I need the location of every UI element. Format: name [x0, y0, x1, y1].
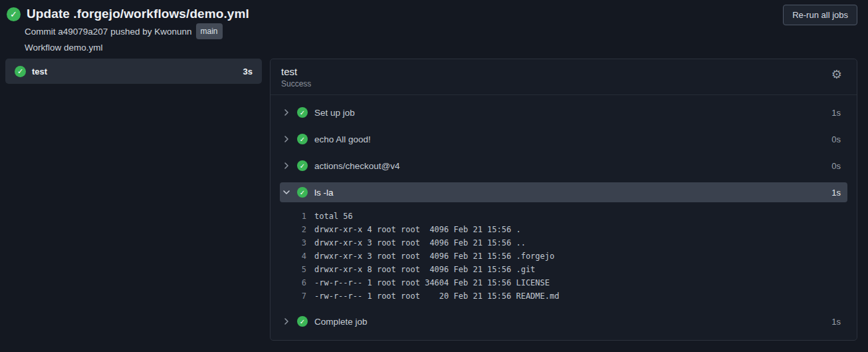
- step-row-ls-la[interactable]: ✓ ls -la 1s: [280, 182, 847, 202]
- job-duration: 3s: [243, 67, 253, 77]
- chevron-right-icon: [282, 108, 290, 116]
- log-line-text: -rw-r--r-- 1 root root 34604 Feb 21 15:5…: [314, 276, 550, 289]
- sidebar-job-test[interactable]: ✓ test 3s: [5, 59, 262, 84]
- log-line: 4 drwxr-xr-x 3 root root 4096 Feb 21 15:…: [280, 250, 847, 263]
- step-duration: 0s: [831, 134, 845, 144]
- step-row-echo-all-good[interactable]: ✓ echo All good! 0s: [280, 126, 847, 152]
- chevron-right-icon: [282, 135, 290, 143]
- step-label: ls -la: [314, 188, 334, 198]
- rerun-all-jobs-button[interactable]: Re-run all jobs: [783, 5, 857, 25]
- commit-sha-link[interactable]: a49079a207: [58, 27, 108, 37]
- log-line-number: 5: [280, 263, 306, 276]
- log-line-text: total 56: [314, 210, 353, 223]
- pushed-by-label: pushed by: [110, 27, 152, 37]
- job-panel-header: test Success ⚙: [271, 59, 857, 95]
- log-line-text: -rw-r--r-- 1 root root 20 Feb 21 15:56 R…: [314, 289, 559, 303]
- log-line-number: 3: [280, 236, 306, 250]
- step-row-set-up-job[interactable]: ✓ Set up job 1s: [280, 99, 847, 126]
- step-label: actions/checkout@v4: [314, 161, 400, 171]
- log-line-number: 4: [280, 250, 306, 263]
- step-success-icon: ✓: [297, 160, 308, 171]
- log-line: 2 drwxr-xr-x 4 root root 4096 Feb 21 15:…: [280, 223, 847, 236]
- step-duration: 1s: [831, 188, 845, 198]
- run-header: ✓ Update .forgejo/workflows/demo.yml Com…: [7, 7, 249, 55]
- step-row-actions-checkout[interactable]: ✓ actions/checkout@v4 0s: [280, 152, 847, 179]
- log-line-number: 6: [280, 276, 306, 289]
- log-line: 7 -rw-r--r-- 1 root root 20 Feb 21 15:56…: [280, 289, 847, 303]
- log-line: 5 drwxr-xr-x 8 root root 4096 Feb 21 15:…: [280, 263, 847, 276]
- step-success-icon: ✓: [297, 107, 308, 118]
- job-name: test: [32, 67, 47, 77]
- job-success-icon: ✓: [15, 66, 26, 77]
- log-line-number: 7: [280, 289, 306, 303]
- run-title: Update .forgejo/workflows/demo.yml: [27, 7, 249, 21]
- step-row-complete-job[interactable]: ✓ Complete job 1s: [280, 308, 847, 335]
- job-detail-panel: test Success ⚙ ✓ Set up job 1s ✓: [270, 59, 857, 341]
- branch-badge[interactable]: main: [196, 23, 223, 39]
- step-label: echo All good!: [314, 134, 371, 144]
- log-line: 6 -rw-r--r-- 1 root root 34604 Feb 21 15…: [280, 276, 847, 289]
- log-line-number: 2: [280, 223, 306, 236]
- steps-list: ✓ Set up job 1s ✓ echo All good! 0s ✓ ac…: [271, 95, 857, 340]
- run-success-icon: ✓: [7, 7, 21, 21]
- log-line-text: drwxr-xr-x 4 root root 4096 Feb 21 15:56…: [314, 223, 521, 236]
- log-line: 1 total 56: [280, 210, 847, 223]
- step-duration: 0s: [831, 161, 845, 171]
- workflow-run-page: ✓ Update .forgejo/workflows/demo.yml Com…: [0, 0, 868, 352]
- panel-job-status: Success: [281, 79, 311, 88]
- chevron-down-icon: [282, 188, 290, 196]
- step-label: Complete job: [314, 317, 368, 327]
- step-duration: 1s: [831, 108, 845, 118]
- commit-line: Commit a49079a207 pushed by Kwonunnmain: [25, 23, 249, 39]
- step-success-icon: ✓: [297, 316, 308, 327]
- step-log-output: 1 total 56 2 drwxr-xr-x 4 root root 4096…: [280, 206, 847, 308]
- log-line-number: 1: [280, 210, 306, 223]
- step-duration: 1s: [831, 317, 845, 327]
- gear-icon[interactable]: ⚙: [827, 66, 846, 83]
- chevron-right-icon: [282, 317, 290, 325]
- log-line-text: drwxr-xr-x 8 root root 4096 Feb 21 15:56…: [314, 263, 535, 276]
- panel-job-name: test: [281, 66, 311, 77]
- workflow-line: Workflow demo.yml: [25, 41, 249, 55]
- step-label: Set up job: [314, 108, 355, 118]
- log-line-text: drwxr-xr-x 3 root root 4096 Feb 21 15:56…: [314, 250, 554, 263]
- chevron-right-icon: [282, 162, 290, 170]
- jobs-sidebar: ✓ test 3s: [5, 59, 262, 84]
- step-success-icon: ✓: [297, 187, 308, 198]
- commit-label: Commit: [25, 27, 56, 37]
- log-line-text: drwxr-xr-x 3 root root 4096 Feb 21 15:56…: [314, 236, 526, 250]
- author-link[interactable]: Kwonunn: [154, 27, 191, 37]
- step-success-icon: ✓: [297, 134, 308, 144]
- log-line: 3 drwxr-xr-x 3 root root 4096 Feb 21 15:…: [280, 236, 847, 250]
